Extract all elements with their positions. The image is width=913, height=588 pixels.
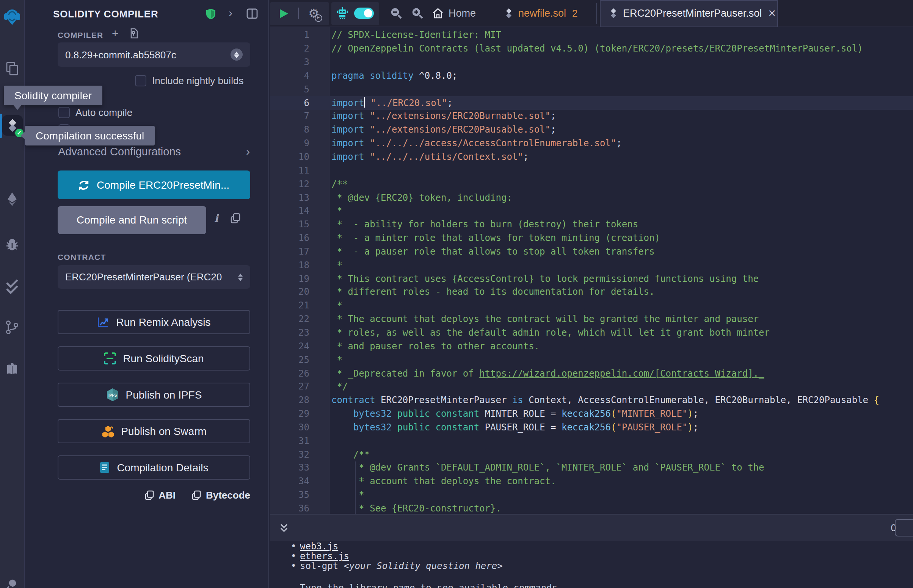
compile-button[interactable]: Compile ERC20PresetMin... (58, 171, 250, 199)
auto-compile-checkbox[interactable] (58, 107, 70, 118)
code-line[interactable]: 14 * (270, 204, 913, 218)
code-line[interactable]: 9import "../../../access/AccessControlEn… (270, 137, 913, 150)
run-remix-analysis-button[interactable]: Run Remix Analysis (58, 310, 250, 334)
remix-logo[interactable] (2, 7, 22, 26)
code-text: // SPDX-License-Identifier: MIT (330, 30, 501, 40)
active-tab-label: ERC20PresetMinterPauser.sol (623, 8, 762, 19)
git-icon[interactable] (5, 320, 20, 335)
shield-icon[interactable] (205, 8, 216, 20)
code-line[interactable]: 12/** (270, 177, 913, 191)
code-line[interactable]: 27 */ (270, 380, 913, 394)
terminal-list-item: ethers.js (270, 552, 913, 562)
code-line[interactable]: 32 /** (270, 447, 913, 461)
line-number: 17 (270, 246, 330, 257)
publish-on-swarm-button[interactable]: Publish on Swarm (58, 419, 250, 443)
line-number: 8 (270, 124, 330, 135)
unit-testing-icon[interactable] (5, 279, 20, 294)
code-line[interactable]: 19 * This contract uses {AccessControl} … (270, 271, 913, 285)
code-line[interactable]: 3 (270, 55, 913, 69)
code-line[interactable]: 2// OpenZeppelin Contracts (last updated… (270, 42, 913, 56)
copy-icon[interactable] (230, 213, 240, 223)
code-line[interactable]: 10import "../../../utils/Context.sol"; (270, 150, 913, 164)
code-line[interactable]: 6import "../ERC20.sol"; (270, 96, 913, 110)
code-line[interactable]: 26 * _Deprecated in favor of https://wiz… (270, 367, 913, 380)
info-icon[interactable]: i (214, 212, 219, 224)
tab-erc20presetminterpauser-sol[interactable]: ERC20PresetMinterPauser.sol ✕ (599, 0, 778, 27)
copy-abi-button[interactable]: ABI (145, 489, 176, 501)
code-line[interactable]: 22 * The account that deploys the contra… (270, 312, 913, 326)
publish-on-ipfs-button[interactable]: IPFS Publish on IPFS (58, 383, 250, 407)
abi-bytecode-row: ABI Bytecode (25, 489, 250, 501)
code-line[interactable]: 29 bytes32 public constant MINTER_ROLE =… (270, 407, 913, 420)
code-line[interactable]: 36 * See {ERC20-constructor}. (270, 502, 913, 514)
code-line[interactable]: 23 * roles, as well as the default admin… (270, 326, 913, 339)
terminal-hint-text: Type the library name to see available c… (270, 583, 913, 588)
code-line[interactable]: 31 (270, 434, 913, 448)
run-script-icon[interactable] (279, 9, 288, 18)
plugin-manager-icon[interactable] (5, 576, 20, 588)
add-compiler-icon[interactable]: + (112, 26, 119, 39)
compile-and-run-button[interactable]: Compile and Run script (58, 206, 206, 234)
code-editor[interactable]: 1// SPDX-License-Identifier: MIT2// Open… (270, 27, 913, 514)
run-solidityscan-button[interactable]: Run SolidityScan (58, 346, 250, 370)
contract-select[interactable]: ERC20PresetMinterPauser (ERC20 (58, 265, 250, 289)
code-line[interactable]: 20 * different roles - head to its docum… (270, 285, 913, 299)
ai-toggle-switch[interactable] (354, 8, 374, 19)
web3js-link[interactable]: web3.js (300, 541, 338, 551)
editor-region: ⚙ Home (270, 0, 913, 588)
code-line[interactable]: 16 * - a minter role that allows for tok… (270, 231, 913, 245)
code-line[interactable]: 18 * (270, 258, 913, 272)
compiler-version-select[interactable]: 0.8.29+commit.ab55807c (58, 42, 250, 67)
zoom-out-icon[interactable] (389, 7, 402, 20)
code-line[interactable]: 1// SPDX-License-Identifier: MIT (270, 28, 913, 42)
line-number: 30 (270, 422, 330, 433)
include-nightly-builds-checkbox[interactable] (134, 75, 146, 86)
publish-on-ipfs-label: Publish on IPFS (126, 389, 202, 401)
terminal-bar[interactable]: 0 (270, 514, 913, 541)
deploy-run-icon[interactable] (5, 192, 20, 207)
copy-bytecode-button[interactable]: Bytecode (192, 489, 250, 501)
debugger-icon[interactable] (5, 236, 20, 252)
tab-newfile-sol[interactable]: newfile.sol 2 (497, 0, 585, 27)
run-remix-analysis-label: Run Remix Analysis (117, 316, 211, 328)
code-line[interactable]: 21 * (270, 299, 913, 313)
advanced-configurations-toggle[interactable]: Advanced Configurations › (58, 145, 250, 158)
ai-robot-icon[interactable] (336, 7, 349, 20)
code-line[interactable]: 33 * @dev Grants `DEFAULT_ADMIN_ROLE`, `… (270, 461, 913, 475)
libraries-book-icon[interactable] (5, 362, 20, 377)
code-line[interactable]: 35 * (270, 488, 913, 502)
code-line[interactable]: 17 * - a pauser role that allows to stop… (270, 245, 913, 258)
copy-icon (192, 490, 201, 500)
split-panel-icon[interactable] (246, 8, 257, 19)
file-badge-icon[interactable] (128, 28, 138, 39)
code-line[interactable]: 13 * @dev {ERC20} token, including: (270, 191, 913, 204)
code-line[interactable]: 15 * - ability for holders to burn (dest… (270, 218, 913, 231)
chevron-right-icon[interactable]: › (228, 6, 232, 19)
code-line[interactable]: 8import "../extensions/ERC20Pausable.sol… (270, 123, 913, 137)
code-line[interactable]: 24 * and pauser roles to other accounts. (270, 339, 913, 353)
file-explorer-icon[interactable] (5, 61, 20, 76)
code-line[interactable]: 28contract ERC20PresetMinterPauser is Co… (270, 394, 913, 407)
code-text: * This contract uses {AccessControl} to … (330, 273, 759, 284)
line-number: 34 (270, 476, 330, 487)
zoom-in-icon[interactable] (411, 7, 424, 20)
collapse-terminal-icon[interactable] (279, 522, 288, 532)
code-line[interactable]: 25 * (270, 353, 913, 367)
compilation-details-button[interactable]: Compilation Details (58, 456, 250, 480)
code-text: * (330, 206, 342, 216)
line-number: 32 (270, 449, 330, 460)
code-line[interactable]: 11 (270, 164, 913, 177)
terminal-search-box[interactable] (895, 519, 913, 536)
line-number: 9 (270, 138, 330, 149)
code-line[interactable]: 30 bytes32 public constant PAUSER_ROLE =… (270, 420, 913, 434)
script-config-gear-icon[interactable]: ⚙ (308, 7, 319, 19)
close-tab-icon[interactable]: ✕ (768, 8, 776, 19)
ethersjs-link[interactable]: ethers.js (300, 551, 349, 562)
terminal-output[interactable]: web3.js ethers.js sol-gpt <your Solidity… (270, 541, 913, 588)
code-line[interactable]: 34 * account that deploys the contract. (270, 475, 913, 488)
code-line[interactable]: 7import "../extensions/ERC20Burnable.sol… (270, 110, 913, 123)
code-line[interactable]: 5 (270, 82, 913, 96)
code-content: 1// SPDX-License-Identifier: MIT2// Open… (270, 28, 913, 514)
tab-home[interactable]: Home (426, 0, 482, 27)
code-line[interactable]: 4pragma solidity ^0.8.0; (270, 69, 913, 82)
